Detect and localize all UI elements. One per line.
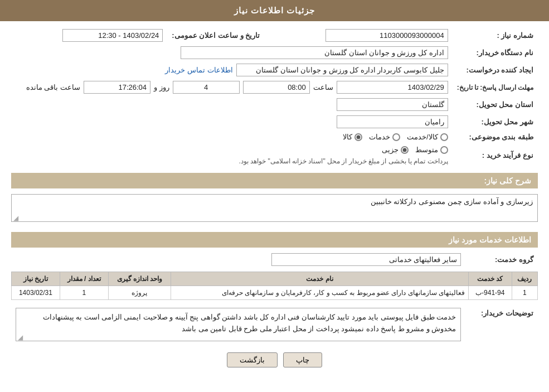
namDastgah-label: نام دستگاه خریدار: (453, 44, 538, 61)
col-namKhadamat: نام خدمت (171, 272, 469, 286)
mohlat-time: 08:00 (243, 81, 310, 94)
mohlatErsalPasokh-label: مهلت ارسال پاسخ: تا تاریخ: (453, 79, 538, 96)
radio-kala-khadamat-label: کالا/خدمت (407, 133, 438, 141)
ostanTahvil-label: استان محل تحویل: (453, 96, 538, 113)
cell-namKhadamat: فعالیتهای سازمانهای دارای عضو مربوط به ک… (171, 286, 469, 300)
ostanTahvil-value: گلستان (337, 98, 448, 111)
radio-kala-khadamat[interactable]: کالا/خدمت (407, 133, 448, 141)
radio-jazii-circle (401, 146, 409, 154)
radio-kala-label: کالا (343, 133, 352, 141)
radio-khadamat-circle (392, 133, 400, 141)
mohlat-date: 1403/02/29 (337, 81, 448, 94)
tozihat-value: خدمت طبق فایل پیوستی باید مورد تایید کار… (16, 308, 461, 341)
cell-vahed: پروژه (108, 286, 171, 300)
shomareNiaz-value: 1103000093000004 (325, 29, 448, 42)
ijadKonande-value: جلیل کابوسی کاربردار اداره کل ورزش و جوا… (236, 64, 448, 76)
farayand-note: پرداخت تمام یا بخشی از مبلغ خریدار از مح… (16, 157, 448, 165)
cell-tarikh: 1403/02/31 (12, 286, 60, 300)
cell-kodKhadamat: 941-94-ب (468, 286, 512, 300)
mohlat-remaining: 17:26:04 (84, 81, 150, 94)
button-row: چاپ بازگشت (11, 352, 538, 367)
gorohKhadamat-value: سایر فعالیتهای خدماتی (271, 253, 461, 266)
namDastgah-value: اداره کل ورزش و جوانان استان گلستان (181, 46, 448, 59)
remaining-label: ساعت باقی مانده (26, 83, 80, 91)
time-label: ساعت (313, 83, 333, 91)
taarikh-value: 1403/02/24 - 12:30 (62, 29, 163, 42)
ijadKonande-label: ایجاد کننده درخواست: (453, 61, 538, 79)
page-header: جزئیات اطلاعات نیاز (0, 0, 549, 21)
cell-radif: 1 (512, 286, 537, 300)
sharhKoli-label: شرح کلی نیاز: (484, 176, 531, 185)
shomareNiaz-label: شماره نیاز : (453, 27, 538, 44)
radio-motevaset-label: متوسط (415, 146, 438, 154)
tozihat-label: توضیحات خریدار: (465, 306, 538, 343)
col-radif: ردیف (512, 272, 537, 286)
radio-kala-circle (354, 133, 362, 141)
tozihat-resize-handle[interactable]: ◢ (17, 334, 23, 340)
col-tedad: تعداد / مقدار (60, 272, 108, 286)
cell-tedad: 1 (60, 286, 108, 300)
days-label: روز و (154, 83, 169, 91)
col-tarikh: تاریخ نیاز (12, 272, 60, 286)
radio-motevaset-circle (440, 146, 448, 154)
radio-jazii[interactable]: جزیی (382, 146, 409, 154)
khadamat-section-title: اطلاعات خدمات مورد نیاز (449, 235, 531, 244)
col-vahed: واحد اندازه گیری (108, 272, 171, 286)
gorohKhadamat-label: گروه خدمت: (465, 251, 538, 268)
tabaqehBandi-label: طبقه بندی موضوعی: (453, 130, 538, 143)
bazgasht-button[interactable]: بازگشت (227, 352, 278, 367)
resize-handle[interactable]: ◢ (13, 215, 18, 220)
mohlat-days: 4 (173, 81, 240, 94)
shahrTahvil-label: شهر محل تحویل: (453, 113, 538, 130)
sharhKoli-value: زیرسازی و آماده سازی چمن مصنوعی دارکلاته… (11, 194, 538, 222)
shahrTahvil-value: رامیان (337, 115, 448, 128)
taarikh-label: تاریخ و ساعت اعلان عمومی: (167, 27, 264, 44)
radio-khadamat-label: خدمات (369, 133, 390, 141)
radio-khadamat[interactable]: خدمات (369, 133, 400, 141)
radio-kala-khadamat-circle (440, 133, 448, 141)
radio-kala[interactable]: کالا (343, 133, 362, 141)
naveFarayand-label: نوع فرآیند خرید : (453, 143, 538, 167)
table-row: 1 941-94-ب فعالیتهای سازمانهای دارای عضو… (12, 286, 538, 300)
khadamat-section-header: اطلاعات خدمات مورد نیاز (11, 232, 538, 248)
col-kodKhadamat: کد خدمت (468, 272, 512, 286)
radio-motevaset[interactable]: متوسط (415, 146, 448, 154)
chap-button[interactable]: چاپ (283, 352, 322, 367)
page-title: جزئیات اطلاعات نیاز (234, 6, 315, 15)
sharhKoli-section-header: شرح کلی نیاز: (11, 173, 538, 188)
radio-jazii-label: جزیی (382, 146, 399, 154)
ijadKonande-link[interactable]: اطلاعات تماس خریدار (165, 66, 232, 74)
service-table: ردیف کد خدمت نام خدمت واحد اندازه گیری ت… (11, 272, 538, 300)
